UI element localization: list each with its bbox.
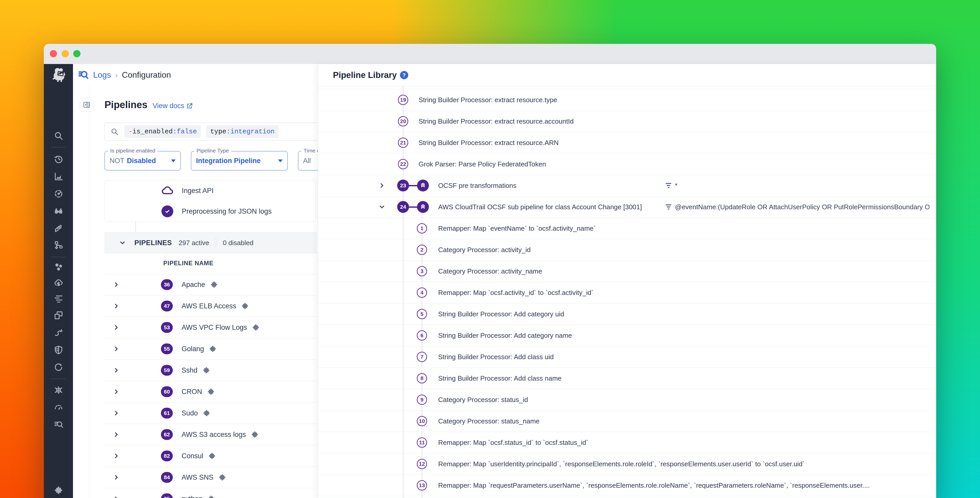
help-icon[interactable]: ? [400,71,408,79]
processor-row[interactable]: 20String Builder Processor: extract reso… [318,111,936,132]
service-map-icon[interactable] [54,240,64,250]
subprocessor-row[interactable]: 4Remapper: Map `ocsf.activity_id` to `oc… [318,282,936,303]
chevron-right-icon[interactable] [113,324,120,331]
subprocessor-row[interactable]: 13Remapper: Map `requestParameters.userN… [318,475,936,496]
table-row[interactable]: 36Apache [105,274,317,295]
pipelines-search-input[interactable]: -is_enabled:false type:integration [105,123,335,140]
rum-windows-icon[interactable] [54,310,64,320]
table-row[interactable]: 61Sudo [105,402,317,424]
pipeline-name[interactable]: Sudo [181,409,198,417]
integrations-puzzle-icon[interactable] [54,485,64,495]
is-pipeline-enabled-dropdown[interactable]: Is pipeline enabled NOT Disabled [105,151,181,171]
chevron-right-icon[interactable] [113,495,120,498]
subprocessor-row[interactable]: 2Category Processor: activity_id [318,239,936,260]
metrics-chart-icon[interactable] [54,172,64,181]
pipeline-name[interactable]: Golang [181,345,204,353]
security-shield-icon[interactable] [54,345,64,355]
quality-gauge-icon[interactable] [54,402,64,412]
table-row[interactable]: 62AWS S3 access logs [105,424,317,445]
pipeline-name[interactable]: AWS VPC Flow Logs [181,324,247,332]
chevron-down-icon[interactable] [378,203,385,211]
subprocessor-row[interactable]: 10Category Processor: status_name [318,410,936,432]
table-column-header: PIPELINE NAME [105,253,317,274]
subprocessor-row[interactable]: 7String Builder Processor: Add class uid [318,346,936,368]
pipeline-name-column-label: PIPELINE NAME [163,260,213,267]
processor-title: String Builder Processor: extract resour… [418,111,574,132]
ci-pipeline-icon[interactable] [54,328,64,338]
nested-pipeline-icon [417,201,429,213]
pipeline-type-dropdown[interactable]: Pipeline Type Integration Pipeline [191,151,288,171]
view-docs-link[interactable]: View docs [153,102,193,110]
apm-target-icon[interactable] [54,189,64,199]
pipeline-name[interactable]: python [181,495,202,498]
integration-puzzle-icon [251,430,259,439]
minimize-window-button[interactable] [62,50,69,57]
subprocessor-row[interactable]: 8String Builder Processor: Add class nam… [318,368,936,389]
pipeline-name[interactable]: Apache [181,281,205,289]
pipelines-section-header[interactable]: PIPELINES 297 active 0 disabled [105,232,317,254]
processor-count-badge: 55 [161,343,173,354]
table-row[interactable]: 55Golang [105,338,317,360]
cloud-cost-icon[interactable] [54,278,64,288]
pipeline-name[interactable]: Consul [181,452,203,460]
search-icon[interactable] [54,131,64,140]
preprocessing-row[interactable]: Preprocessing for JSON logs [105,201,316,222]
chevron-right-icon[interactable] [113,410,120,417]
error-tracking-bug-icon[interactable] [54,385,64,395]
history-icon[interactable] [54,154,64,164]
bits-ai-icon[interactable] [54,362,64,372]
table-row[interactable]: 85python [105,488,317,498]
step-number-circle: 21 [398,137,408,148]
subprocessor-row[interactable]: 12Remapper: Map `userIdentity.principalI… [318,453,936,475]
chevron-right-icon[interactable] [113,431,120,438]
subprocessor-row[interactable]: 9Category Processor: status_id [318,389,936,410]
pipeline-filter: * [666,175,929,196]
chevron-right-icon[interactable] [113,388,120,395]
chevron-right-icon[interactable] [113,302,120,310]
pipeline-name[interactable]: CRON [181,388,202,396]
logs-icon[interactable] [54,420,64,429]
breadcrumb-logs-link[interactable]: Logs [93,70,111,80]
table-row[interactable]: 82Consul [105,445,317,467]
table-row[interactable]: 60CRON [105,381,317,402]
collapse-panel-button[interactable] [80,98,94,112]
dropdown-label: Pipeline Type [194,148,231,154]
processor-title: Category Processor: activity_id [438,239,530,260]
subprocessor-row[interactable]: 1Remapper: Map `eventName` to `ocsf.acti… [318,218,936,239]
datadog-logo-icon[interactable] [50,67,67,83]
chevron-right-icon[interactable] [113,345,120,353]
search-token-type[interactable]: type:integration [206,125,279,138]
processes-hexagons-icon[interactable] [54,262,64,272]
chevron-right-icon[interactable] [113,474,120,481]
chevron-right-icon[interactable] [378,182,385,189]
table-row[interactable]: 47AWS ELB Access [105,295,317,317]
pipeline-name[interactable]: AWS ELB Access [181,302,236,310]
nested-pipeline-row[interactable]: 23 OCSF pre transformations * [318,175,936,196]
processor-row[interactable]: 21String Builder Processor: extract reso… [318,132,936,153]
chevron-right-icon[interactable] [113,281,120,288]
search-token-is-enabled[interactable]: -is_enabled:false [124,125,201,138]
pipeline-name[interactable]: Sshd [181,366,197,374]
sidebar-divider [51,147,66,148]
pipeline-name[interactable]: AWS S3 access logs [181,431,246,439]
processor-row[interactable]: 19String Builder Processor: extract reso… [318,89,936,111]
table-row[interactable]: 59Sshd [105,360,317,381]
chevron-right-icon[interactable] [113,367,120,374]
subprocessor-row[interactable]: 11Remapper: Map `ocsf.status_id` to `ocs… [318,432,936,453]
watchdog-binoculars-icon[interactable] [54,206,64,216]
pipeline-lines-icon[interactable] [54,294,64,304]
close-window-button[interactable] [50,50,57,57]
nested-pipeline-row-expanded[interactable]: 24 AWS CloudTrail OCSF sub pipeline for … [318,196,936,218]
zoom-window-button[interactable] [73,50,81,57]
subprocessor-row[interactable]: 6String Builder Processor: Add category … [318,325,936,346]
chevron-right-icon[interactable] [113,452,120,460]
subprocessor-row[interactable]: 5String Builder Processor: Add category … [318,303,936,325]
table-row[interactable]: 53AWS VPC Flow Logs [105,317,317,338]
processor-row[interactable]: 22Grok Parser: Parse Policy FederatedTok… [318,153,936,175]
infrastructure-layers-icon[interactable] [54,223,64,233]
table-row[interactable]: 84AWS SNS [105,467,317,488]
processor-title: Remapper: Map `requestParameters.userNam… [438,475,870,496]
pipeline-name[interactable]: AWS SNS [181,474,213,482]
chevron-down-icon[interactable] [112,239,119,246]
subprocessor-row[interactable]: 3Category Processor: activity_name [318,260,936,282]
